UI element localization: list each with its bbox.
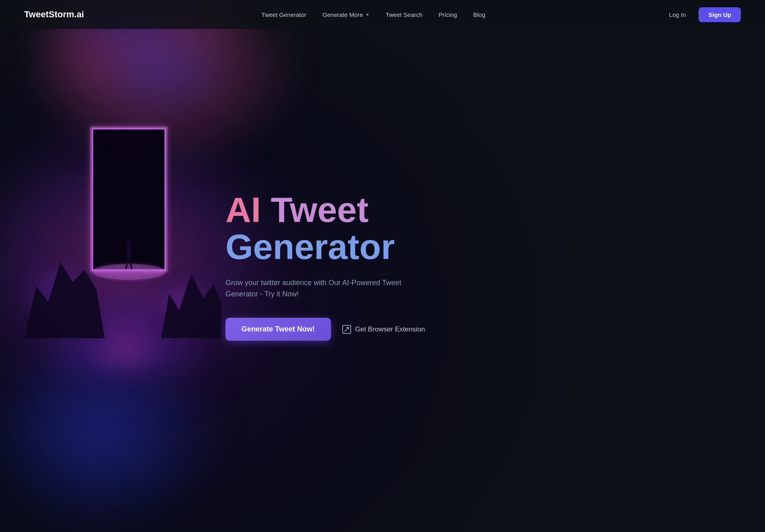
chevron-down-icon: ▼ xyxy=(366,12,370,17)
svg-marker-8 xyxy=(24,262,105,338)
svg-marker-9 xyxy=(161,274,221,338)
external-link-icon xyxy=(342,325,351,334)
title-word-ai: AI xyxy=(225,190,261,230)
nav-item-generate-more[interactable]: Generate More ▼ xyxy=(323,11,370,18)
svg-rect-5 xyxy=(127,247,131,258)
browser-extension-button[interactable]: Get Browser Extension xyxy=(342,325,425,334)
extension-label: Get Browser Extension xyxy=(355,325,425,333)
nav-item-blog[interactable]: Blog xyxy=(473,11,485,18)
nav-actions: Log In Sign Up xyxy=(663,7,741,22)
rocks-left-svg xyxy=(24,238,105,338)
hero-section: AI Tweet Generator Grow your twitter aud… xyxy=(0,0,765,532)
navbar: TweetStorm.ai Tweet Generator Generate M… xyxy=(0,0,765,29)
title-word-generator: Generator xyxy=(225,227,395,267)
signup-button[interactable]: Sign Up xyxy=(699,7,741,22)
svg-point-4 xyxy=(126,240,132,247)
rocks-right-svg xyxy=(161,258,221,338)
portal-scene xyxy=(40,89,209,371)
title-word-tweet: Tweet xyxy=(271,190,368,230)
generate-tweet-button[interactable]: Generate Tweet Now! xyxy=(225,318,331,341)
nav-item-tweet-generator[interactable]: Tweet Generator xyxy=(261,11,306,18)
hero-content: AI Tweet Generator Grow your twitter aud… xyxy=(225,191,507,341)
hero-subtitle: Grow your twitter audience with Our AI-P… xyxy=(225,277,419,300)
hero-cta: Generate Tweet Now! Get Browser Extensio… xyxy=(225,318,507,341)
logo[interactable]: TweetStorm.ai xyxy=(24,9,84,20)
nav-item-tweet-search[interactable]: Tweet Search xyxy=(386,11,423,18)
hero-title: AI Tweet Generator xyxy=(225,191,507,266)
nav-item-pricing[interactable]: Pricing xyxy=(438,11,457,18)
nav-links: Tweet Generator Generate More ▼ Tweet Se… xyxy=(261,11,485,18)
login-button[interactable]: Log In xyxy=(663,8,693,21)
